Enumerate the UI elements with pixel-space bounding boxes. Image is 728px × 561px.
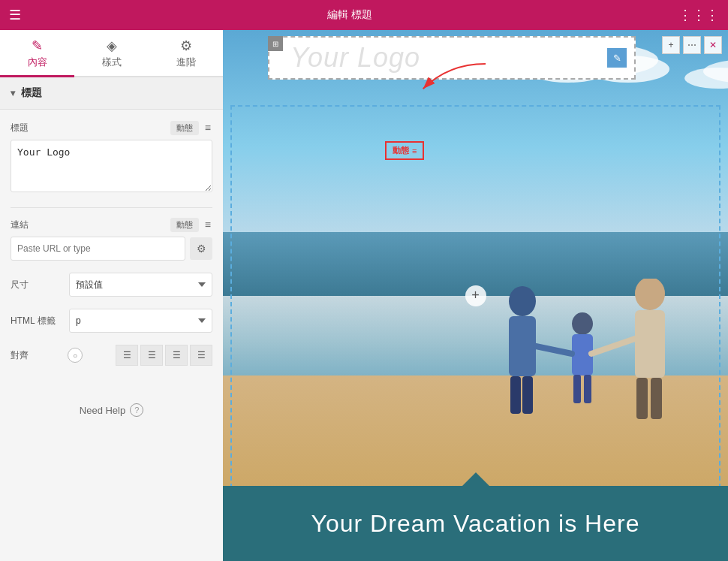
canvas-close-button[interactable]: ✕	[704, 36, 722, 54]
alignment-label-section: 對齊 ○	[11, 348, 83, 363]
tab-style-label: 樣式	[102, 56, 122, 69]
html-tag-field-group: HTML 標籤 ph1h2h3h4h5h6divspan	[11, 309, 212, 333]
link-label-text: 連結	[11, 219, 29, 231]
link-input[interactable]	[11, 237, 185, 261]
close-icon: ✕	[709, 40, 717, 50]
link-field-label-row: 連結 動態 ≡	[11, 217, 212, 232]
logo-text: Your Logo	[277, 42, 607, 74]
heading-textarea[interactable]: Your Logo	[11, 140, 212, 192]
tab-content-label: 內容	[28, 56, 47, 69]
logo-box: ⊞ Your Logo ✎	[268, 36, 636, 80]
align-center-icon: ☰	[148, 350, 156, 360]
link-menu-icon[interactable]: ≡	[203, 217, 212, 232]
circle-icon: ○	[73, 351, 77, 360]
link-field-group: 連結 動態 ≡ ⚙	[11, 217, 212, 261]
logo-handle: ⊞	[268, 36, 283, 51]
heading-menu-icon[interactable]: ≡	[203, 120, 212, 135]
align-right-icon: ☰	[173, 350, 181, 360]
size-select[interactable]: 預設值小中大特大	[69, 273, 212, 297]
vacation-triangle	[462, 472, 489, 486]
alignment-row: 對齊 ○ ☰ ☰ ☰	[11, 345, 212, 366]
add-content-button[interactable]: +	[465, 285, 486, 306]
align-justify-button[interactable]: ☰	[190, 345, 212, 366]
tab-bar: ✎ 內容 ◈ 樣式 ⚙ 進階	[0, 30, 223, 77]
align-left-button[interactable]: ☰	[116, 345, 138, 366]
logo-handle-icon: ⊞	[272, 40, 278, 48]
html-tag-field-row: HTML 標籤 ph1h2h3h4h5h6divspan	[11, 309, 212, 333]
chevron-icon: ▾	[11, 88, 15, 98]
link-gear-button[interactable]: ⚙	[190, 237, 212, 260]
size-label: 尺寸	[11, 279, 63, 291]
size-field-group: 尺寸 預設值小中大特大	[11, 273, 212, 297]
hamburger-icon[interactable]: ☰	[9, 7, 21, 23]
logo-edit-button[interactable]: ✎	[607, 48, 627, 68]
main-layout: ✎ 內容 ◈ 樣式 ⚙ 進階 ▾ 標題 標題 動	[0, 30, 728, 561]
left-panel: ✎ 內容 ◈ 樣式 ⚙ 進階 ▾ 標題 標題 動	[0, 30, 223, 561]
help-icon[interactable]: ?	[130, 403, 143, 417]
tab-style[interactable]: ◈ 樣式	[74, 30, 149, 77]
beach-background: + ⊞ Your Logo ✎ + ⋯	[223, 30, 728, 561]
right-canvas: + ⊞ Your Logo ✎ + ⋯	[223, 30, 728, 561]
need-help-section: Need Help ?	[0, 388, 223, 432]
align-left-icon: ☰	[123, 350, 131, 360]
edit-pencil-icon: ✎	[613, 53, 621, 64]
panel-content: 標題 動態 ≡ Your Logo 連結 動態 ≡	[0, 110, 223, 388]
alignment-buttons: ☰ ☰ ☰ ☰	[116, 345, 212, 366]
heading-field-label-row: 標題 動態 ≡	[11, 120, 212, 135]
canvas-move-button[interactable]: ⋯	[683, 36, 701, 54]
align-justify-icon: ☰	[197, 350, 206, 360]
heading-label-text: 標題	[11, 122, 29, 134]
advanced-tab-icon: ⚙	[180, 38, 192, 54]
vacation-section: Your Dream Vacation is Here	[223, 486, 728, 561]
need-help-label: Need Help	[80, 405, 125, 416]
vacation-text: Your Dream Vacation is Here	[311, 510, 640, 538]
alignment-label: 對齊	[11, 349, 63, 362]
canvas-move-icon: ⋯	[687, 40, 696, 50]
heading-dynamic-button[interactable]: 動態	[170, 121, 199, 135]
html-tag-label: HTML 標籤	[11, 315, 63, 327]
section-header[interactable]: ▾ 標題	[0, 77, 223, 110]
divider-1	[11, 207, 212, 208]
link-dynamic-button[interactable]: 動態	[170, 218, 199, 232]
heading-field-group: 標題 動態 ≡ Your Logo	[11, 120, 212, 195]
canvas-add-icon: +	[668, 40, 673, 50]
tab-content[interactable]: ✎ 內容	[0, 30, 74, 77]
canvas-add-button[interactable]: +	[662, 36, 680, 54]
canvas-controls: + ⋯ ✕	[662, 36, 722, 54]
add-plus-icon: +	[471, 288, 480, 303]
heading-field-actions: 動態 ≡	[170, 120, 212, 135]
alignment-circle-button[interactable]: ○	[68, 348, 83, 363]
link-field-actions: 動態 ≡	[170, 217, 212, 232]
section-title: 標題	[21, 86, 42, 100]
content-tab-icon: ✎	[32, 38, 43, 54]
style-tab-icon: ◈	[107, 38, 117, 54]
align-right-button[interactable]: ☰	[165, 345, 188, 366]
html-tag-select[interactable]: ph1h2h3h4h5h6divspan	[69, 309, 212, 333]
grid-icon[interactable]: ⋮⋮⋮	[678, 7, 719, 23]
link-input-row: ⚙	[11, 237, 212, 261]
page-title: 編輯 標題	[327, 8, 372, 22]
top-bar: ☰ 編輯 標題 ⋮⋮⋮	[0, 0, 728, 30]
tab-advanced-label: 進階	[176, 56, 196, 69]
tab-advanced[interactable]: ⚙ 進階	[149, 30, 223, 77]
alignment-field-group: 對齊 ○ ☰ ☰ ☰	[11, 345, 212, 366]
size-field-row: 尺寸 預設值小中大特大	[11, 273, 212, 297]
align-center-button[interactable]: ☰	[140, 345, 163, 366]
gear-icon: ⚙	[197, 243, 206, 255]
